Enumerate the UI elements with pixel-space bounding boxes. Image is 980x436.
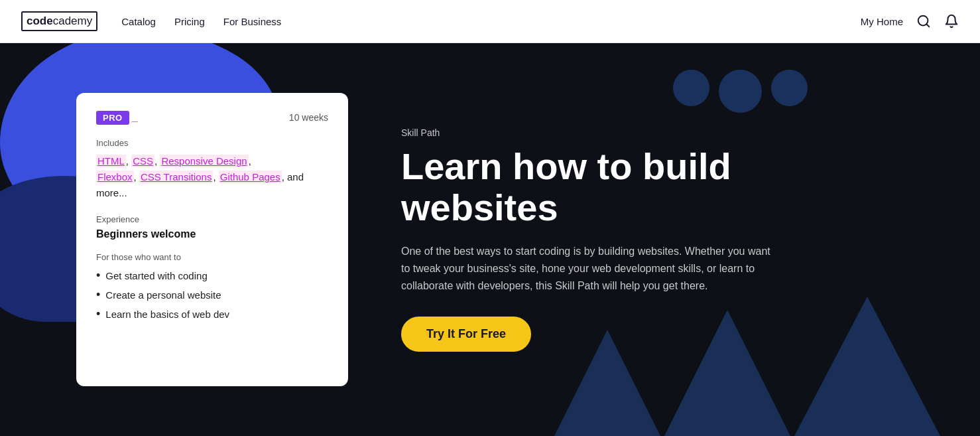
hero-content: Skill Path Learn how to build websites O… <box>348 43 980 436</box>
navbar-right: My Home <box>861 14 959 29</box>
experience-label: Experience <box>96 214 328 224</box>
topic-flexbox[interactable]: Flexbox <box>96 171 134 183</box>
topic-github-pages[interactable]: Github Pages <box>219 171 282 183</box>
logo-code: code <box>27 15 53 28</box>
logo-academy: cademy <box>53 15 93 28</box>
includes-label: Includes <box>96 138 328 148</box>
bullet-2: Create a personal website <box>96 288 328 302</box>
bullet-1: Get started with coding <box>96 269 328 283</box>
deco-circle-3 <box>771 70 808 106</box>
search-icon[interactable] <box>916 14 931 29</box>
skill-path-label: Skill Path <box>401 127 940 138</box>
weeks-label: 10 weeks <box>289 112 328 123</box>
hero-title: Learn how to build websites <box>401 146 940 228</box>
pro-cursor: _ <box>132 111 138 123</box>
try-free-button[interactable]: Try It For Free <box>401 317 531 352</box>
hero-description: One of the best ways to start coding is … <box>401 243 772 295</box>
bullet-3: Learn the basics of web dev <box>96 307 328 321</box>
topic-responsive[interactable]: Responsive Design <box>160 155 248 167</box>
notification-icon[interactable] <box>944 14 959 29</box>
deco-circle-2 <box>719 70 762 113</box>
nav-for-business[interactable]: For Business <box>223 16 282 27</box>
topic-css-transitions[interactable]: CSS Transitions <box>139 171 214 183</box>
deco-triangles <box>554 297 940 436</box>
triangle-large <box>664 310 790 436</box>
hero-title-line1: Learn how to build <box>401 145 731 187</box>
nav-pricing[interactable]: Pricing <box>174 16 205 27</box>
triangle-group <box>554 297 940 436</box>
topic-html[interactable]: HTML <box>96 155 126 167</box>
hero-title-line2: websites <box>401 186 558 228</box>
deco-circles <box>673 70 808 113</box>
card-topics: HTML, CSS, Responsive Design, Flexbox, C… <box>96 153 328 201</box>
skill-path-card: PRO_ 10 weeks Includes HTML, CSS, Respon… <box>76 93 348 386</box>
card-header: PRO_ 10 weeks <box>96 111 328 123</box>
svg-line-1 <box>926 24 929 27</box>
card-badge-wrapper: PRO_ <box>96 111 138 123</box>
topic-css[interactable]: CSS <box>131 155 154 167</box>
nav-links: Catalog Pricing For Business <box>121 16 281 27</box>
nav-catalog[interactable]: Catalog <box>121 16 156 27</box>
triangle-medium <box>794 297 940 436</box>
navbar-left: codecademy Catalog Pricing For Business <box>21 11 281 31</box>
experience-value: Beginners welcome <box>96 228 328 240</box>
navbar: codecademy Catalog Pricing For Business … <box>0 0 980 43</box>
deco-circle-1 <box>673 70 709 106</box>
card-bullets: Get started with coding Create a persona… <box>96 269 328 321</box>
my-home-link[interactable]: My Home <box>861 16 903 27</box>
triangle-small <box>554 330 660 436</box>
pro-badge: PRO <box>96 111 129 125</box>
logo[interactable]: codecademy <box>21 11 97 31</box>
main-content: PRO_ 10 weeks Includes HTML, CSS, Respon… <box>0 43 980 436</box>
for-label: For those who want to <box>96 252 328 262</box>
